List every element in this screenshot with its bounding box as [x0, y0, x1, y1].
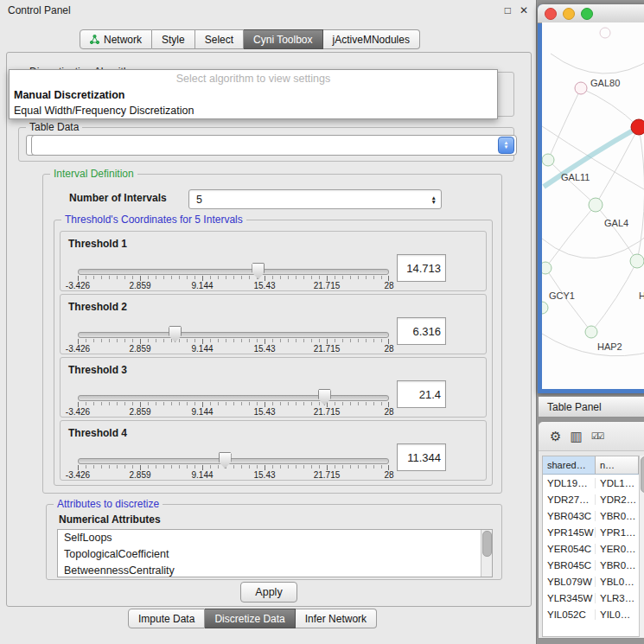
table-cell[interactable]: YBR043C — [543, 511, 596, 521]
columns-icon[interactable]: ▥ — [570, 429, 582, 444]
node-gal80[interactable] — [575, 82, 587, 94]
dropdown-option-equal-width-frequency[interactable]: Equal Width/Frequency Discretization — [10, 103, 497, 118]
table-row[interactable]: YBR045CYBR0… — [543, 557, 639, 573]
dropdown-option-manual-discretization[interactable]: Manual Discretization — [10, 87, 497, 103]
threshold-3-slider[interactable]: -3.4262.8599.14415.4321.71528 — [78, 389, 389, 415]
algorithm-combobox[interactable]: ▲ ▼ — [31, 135, 517, 156]
float-window-icon[interactable]: □ — [505, 4, 511, 16]
table-cell[interactable]: YLR345W — [543, 593, 596, 603]
node-selected-red[interactable] — [631, 119, 644, 135]
close-traffic-light-icon[interactable] — [545, 8, 557, 20]
table-row[interactable]: YDR27…YDR2… — [543, 491, 639, 507]
table-row[interactable]: YBR043CYBR0… — [543, 507, 639, 524]
table-row[interactable]: YBL079WYBL0… — [543, 573, 639, 590]
table-cell[interactable]: YLR3… — [596, 593, 634, 603]
close-icon[interactable]: ✕ — [520, 4, 528, 16]
slider-ticks — [78, 402, 389, 405]
algorithm-dropdown-popup: Select algorithm to view settings Manual… — [9, 69, 498, 119]
table-cell[interactable]: YDR2… — [596, 494, 636, 505]
table-row[interactable]: YPR145WYPR1… — [543, 524, 639, 540]
tab-cyni-toolbox[interactable]: Cyni Toolbox — [244, 29, 322, 49]
node-gal4[interactable] — [589, 198, 603, 212]
table-row[interactable]: YIL052CYIL0… — [543, 606, 639, 622]
zoom-traffic-light-icon[interactable] — [581, 8, 593, 20]
node[interactable] — [542, 302, 548, 314]
attribute-list-item[interactable]: BetweennessCentrality — [58, 563, 492, 577]
gear-icon[interactable]: ⚙ — [550, 429, 561, 444]
tick-label: -3.426 — [66, 407, 90, 417]
down-arrow-icon: ▼ — [504, 145, 509, 150]
apply-button[interactable]: Apply — [240, 582, 297, 603]
tab-select[interactable]: Select — [195, 29, 244, 49]
attributes-scrollbar[interactable] — [481, 530, 492, 577]
slider-ticks — [78, 339, 389, 342]
table-cell[interactable]: YDL19… — [543, 478, 596, 488]
major-tick — [388, 276, 389, 281]
major-tick — [202, 339, 203, 344]
node-hap2[interactable] — [585, 326, 597, 338]
slider-track[interactable] — [78, 458, 389, 464]
threshold-1-slider[interactable]: -3.4262.8599.14415.4321.71528 — [78, 263, 389, 289]
node[interactable] — [600, 28, 610, 38]
threshold-3-value-field[interactable]: 21.4 — [397, 380, 446, 408]
table-row[interactable]: YER054CYER0… — [543, 540, 639, 557]
major-tick — [140, 339, 141, 344]
slider-track[interactable] — [78, 332, 389, 338]
select-columns-icon[interactable]: ☑☑ — [591, 431, 603, 441]
tab-style[interactable]: Style — [152, 29, 195, 49]
major-tick — [140, 402, 141, 407]
table-cell[interactable]: YER0… — [596, 544, 636, 554]
tab-label: jActiveMNodules — [333, 34, 410, 46]
threshold-4-slider[interactable]: -3.4262.8599.14415.4321.71528 — [78, 452, 389, 478]
threshold-2-slider[interactable]: -3.4262.8599.14415.4321.71528 — [78, 326, 389, 352]
table-panel-header-bar[interactable]: Table Panel — [538, 396, 644, 418]
table-cell[interactable]: YPR145W — [543, 527, 596, 538]
scrollbar-thumb[interactable] — [641, 456, 644, 493]
table-cell[interactable]: YER054C — [543, 544, 596, 554]
node-gal11[interactable] — [542, 154, 554, 166]
table-toolbar: ⚙ ▥ ☑☑ — [539, 422, 644, 451]
table-row[interactable]: YDL19…YDL1… — [543, 475, 639, 491]
network-canvas[interactable]: GAL80 GAL11 GAL4 GCY1 HAP2 H — [542, 22, 644, 389]
table-cell[interactable]: YPR1… — [596, 527, 636, 538]
scrollbar-thumb[interactable] — [482, 531, 492, 557]
attribute-list-item[interactable]: SelfLoops — [58, 530, 492, 546]
column-header-name[interactable]: n… — [596, 456, 639, 474]
table-row[interactable]: YLR345WYLR3… — [543, 590, 639, 606]
threshold-4-value-field[interactable]: 11.344 — [397, 443, 446, 471]
table-scrollbar[interactable] — [639, 456, 644, 637]
tick-label: 28 — [384, 344, 393, 354]
number-of-intervals-combobox[interactable]: 5 ▲ ▼ — [188, 189, 442, 209]
tab-discretize-data[interactable]: Discretize Data — [205, 609, 295, 628]
table-cell[interactable]: YDR27… — [543, 494, 596, 505]
combo-stepper-icon[interactable]: ▲ ▼ — [498, 137, 514, 154]
minimize-traffic-light-icon[interactable] — [563, 8, 575, 20]
table-cell[interactable]: YIL0… — [596, 609, 630, 620]
table-cell[interactable]: YBL079W — [543, 577, 596, 587]
slider-track[interactable] — [78, 269, 389, 275]
threshold-1-value-field[interactable]: 14.713 — [397, 254, 446, 282]
tab-label: Network — [104, 34, 142, 46]
numerical-attributes-list: SelfLoopsTopologicalCoefficientBetweenne… — [57, 529, 493, 577]
node-label-gal4: GAL4 — [604, 218, 628, 228]
table-cell[interactable]: YBR0… — [596, 560, 636, 571]
column-header-shared-name[interactable]: shared… — [543, 456, 596, 474]
table-cell[interactable]: YBR045C — [543, 560, 596, 571]
table-cell[interactable]: YDL1… — [596, 478, 634, 488]
slider-track[interactable] — [78, 395, 389, 401]
threshold-2-value-field[interactable]: 6.316 — [397, 317, 446, 345]
table-cell[interactable]: YBL0… — [596, 577, 634, 587]
threshold-3-panel: Threshold 3 -3.4262.8599.14415.4321.7152… — [60, 357, 487, 418]
tab-jactivemnodules[interactable]: jActiveMNodules — [323, 29, 420, 49]
table-cell[interactable]: YIL052C — [543, 609, 596, 620]
tab-network[interactable]: Network — [80, 29, 152, 49]
tab-label: Cyni Toolbox — [253, 34, 312, 46]
table-cell[interactable]: YBR0… — [596, 511, 636, 521]
network-icon — [90, 35, 99, 44]
node-gcy1[interactable] — [542, 262, 552, 274]
tab-impute-data[interactable]: Impute Data — [128, 609, 205, 628]
tab-infer-network[interactable]: Infer Network — [296, 609, 377, 628]
slider-tick-labels: -3.4262.8599.14415.4321.71528 — [78, 344, 389, 354]
attribute-list-item[interactable]: TopologicalCoefficient — [58, 546, 492, 563]
node[interactable] — [630, 254, 644, 268]
